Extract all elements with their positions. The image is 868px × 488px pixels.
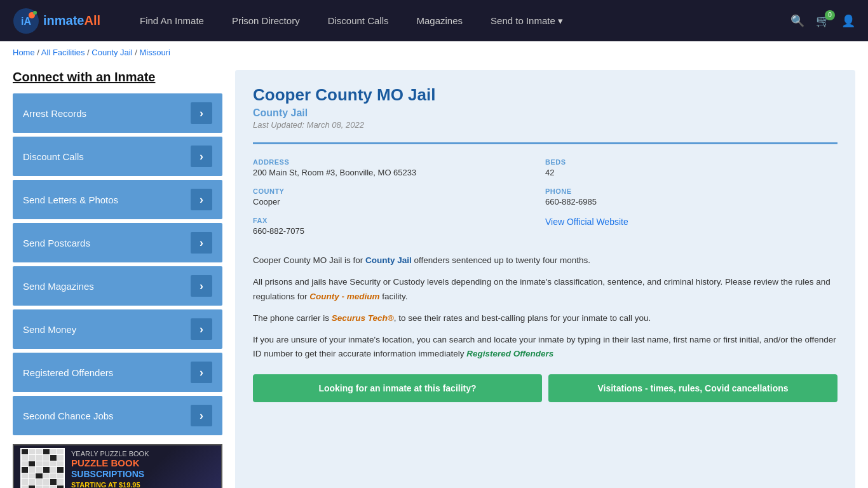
desc-p4: If you are unsure of your inmate's locat… bbox=[253, 333, 837, 362]
sidebar-item-label: Arrest Records bbox=[23, 108, 86, 119]
facility-updated: Last Updated: March 08, 2022 bbox=[253, 120, 837, 130]
ad-puzzle-grid bbox=[20, 448, 65, 488]
sidebar-item-label: Send Letters & Photos bbox=[23, 194, 118, 205]
visitations-button[interactable]: Visitations - times, rules, Covid cancel… bbox=[548, 374, 837, 402]
arrow-icon: › bbox=[191, 405, 212, 426]
info-website[interactable]: View Official Website bbox=[545, 212, 837, 241]
official-website-link[interactable]: View Official Website bbox=[545, 217, 628, 227]
bottom-buttons: Looking for an inmate at this facility? … bbox=[253, 374, 837, 402]
nav-find-inmate[interactable]: Find An Inmate bbox=[126, 0, 218, 41]
sidebar-item-label: Discount Calls bbox=[23, 151, 84, 162]
search-icon[interactable]: 🔍 bbox=[790, 14, 804, 28]
arrow-icon: › bbox=[191, 102, 212, 124]
info-beds: BEDS 42 bbox=[545, 153, 837, 182]
arrow-icon: › bbox=[191, 275, 212, 297]
registered-offenders-link[interactable]: Registered Offenders bbox=[466, 349, 553, 358]
sidebar-title: Connect with an Inmate bbox=[13, 70, 222, 85]
desc-p1: Cooper County MO Jail is for County Jail… bbox=[253, 254, 837, 268]
securus-link[interactable]: Securus Tech® bbox=[332, 313, 394, 323]
sidebar-item-registered-offenders[interactable]: Registered Offenders › bbox=[13, 353, 222, 392]
desc-p3: The phone carrier is Securus Tech®, to s… bbox=[253, 311, 837, 325]
cart-wrapper[interactable]: 🛒 0 bbox=[816, 14, 830, 28]
ad-subs-label: SUBSCRIPTIONS bbox=[71, 469, 215, 480]
facility-content: Cooper County MO Jail County Jail Last U… bbox=[235, 70, 855, 488]
breadcrumb-county-jail[interactable]: County Jail bbox=[92, 48, 132, 57]
nav-links: Find An Inmate Prison Directory Discount… bbox=[126, 0, 790, 41]
sidebar-menu: Arrest Records › Discount Calls › Send L… bbox=[13, 93, 222, 435]
sidebar-item-send-postcards[interactable]: Send Postcards › bbox=[13, 223, 222, 262]
sidebar-item-send-magazines[interactable]: Send Magazines › bbox=[13, 266, 222, 306]
info-fax: FAX 660-882-7075 bbox=[253, 212, 545, 241]
arrow-icon: › bbox=[191, 189, 212, 210]
svg-point-3 bbox=[33, 11, 37, 15]
sidebar-item-arrest-records[interactable]: Arrest Records › bbox=[13, 93, 222, 133]
sidebar-item-label: Send Money bbox=[23, 324, 76, 335]
info-phone: PHONE 660-882-6985 bbox=[545, 182, 837, 212]
sidebar-item-send-letters[interactable]: Send Letters & Photos › bbox=[13, 180, 222, 219]
cart-badge: 0 bbox=[825, 10, 835, 20]
nav-magazines[interactable]: Magazines bbox=[403, 0, 477, 41]
sidebar-item-label: Second Chance Jobs bbox=[23, 410, 114, 421]
site-logo[interactable]: iA inmateAll bbox=[13, 8, 100, 34]
breadcrumb-state[interactable]: Missouri bbox=[139, 48, 170, 57]
arrow-icon: › bbox=[191, 362, 212, 383]
info-county: COUNTY Cooper bbox=[253, 182, 545, 212]
nav-prison-directory[interactable]: Prison Directory bbox=[218, 0, 314, 41]
sidebar: Connect with an Inmate Arrest Records › … bbox=[13, 70, 222, 488]
desc-p2: All prisons and jails have Security or C… bbox=[253, 275, 837, 304]
breadcrumb: Home / All Facilities / County Jail / Mi… bbox=[0, 41, 868, 64]
nav-discount-calls[interactable]: Discount Calls bbox=[314, 0, 403, 41]
main-container: Connect with an Inmate Arrest Records › … bbox=[0, 64, 868, 488]
sidebar-item-discount-calls[interactable]: Discount Calls › bbox=[13, 137, 222, 176]
sidebar-item-label: Registered Offenders bbox=[23, 367, 113, 378]
ad-banner[interactable]: YEARLY PUZZLE BOOK PUZZLE BOOK SUBSCRIPT… bbox=[13, 444, 222, 488]
sidebar-item-label: Send Magazines bbox=[23, 281, 94, 292]
user-icon[interactable]: 👤 bbox=[841, 14, 855, 28]
ad-price: STARTING AT $19.95 bbox=[71, 481, 215, 488]
arrow-icon: › bbox=[191, 232, 212, 254]
ad-puzzle-label: PUZZLE BOOK bbox=[71, 458, 215, 469]
facility-subtitle: County Jail bbox=[253, 107, 837, 119]
arrow-icon: › bbox=[191, 146, 212, 167]
info-address: ADDRESS 200 Main St, Room #3, Boonville,… bbox=[253, 153, 545, 182]
breadcrumb-home[interactable]: Home bbox=[13, 48, 35, 57]
county-jail-link[interactable]: County Jail bbox=[365, 255, 412, 265]
facility-title: Cooper County MO Jail bbox=[253, 85, 837, 105]
county-medium-link[interactable]: County - medium bbox=[309, 292, 379, 301]
looking-inmate-button[interactable]: Looking for an inmate at this facility? bbox=[253, 374, 542, 402]
nav-right: 🔍 🛒 0 👤 bbox=[790, 14, 855, 28]
breadcrumb-all-facilities[interactable]: All Facilities bbox=[41, 48, 85, 57]
ad-text: YEARLY PUZZLE BOOK PUZZLE BOOK SUBSCRIPT… bbox=[71, 450, 215, 488]
sidebar-item-send-money[interactable]: Send Money › bbox=[13, 309, 222, 349]
sidebar-item-label: Send Postcards bbox=[23, 238, 90, 248]
nav-send-to-inmate[interactable]: Send to Inmate ▾ bbox=[477, 0, 577, 41]
facility-description: Cooper County MO Jail is for County Jail… bbox=[253, 254, 837, 362]
logo-text: inmate bbox=[43, 13, 84, 28]
sidebar-item-second-chance-jobs[interactable]: Second Chance Jobs › bbox=[13, 396, 222, 435]
info-grid: ADDRESS 200 Main St, Room #3, Boonville,… bbox=[253, 142, 837, 241]
arrow-icon: › bbox=[191, 318, 212, 340]
